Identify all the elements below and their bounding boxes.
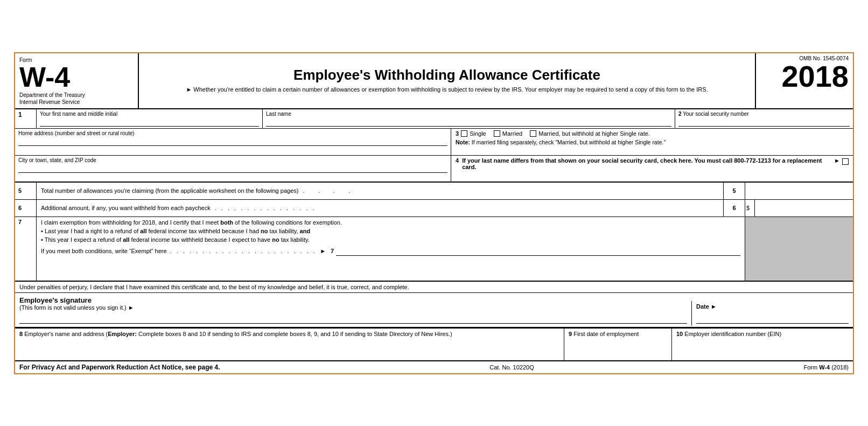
row6-label-cell: Additional amount, if any, you want with… xyxy=(37,200,724,217)
row1-number: 1 xyxy=(18,111,22,118)
row1-num-cell: 1 xyxy=(15,109,37,128)
row7-line1: I claim exemption from withholding for 2… xyxy=(41,219,740,226)
row6-dollar: $ xyxy=(745,200,755,217)
box9-num: 9 xyxy=(569,331,572,337)
filing-num: 3 xyxy=(456,130,459,137)
row-6: 6 Additional amount, if any, you want wi… xyxy=(15,200,853,217)
row6-input[interactable] xyxy=(755,200,853,217)
last-name-label: Last name xyxy=(266,111,671,117)
footer-center: Cat. No. 10220Q xyxy=(489,364,534,371)
penalty-text: Under penalties of perjury, I declare th… xyxy=(19,284,409,290)
box10-cell: 10 Employer identification number (EIN) xyxy=(672,329,853,360)
box9-cell: 9 First date of employment xyxy=(564,329,672,360)
date-label: Date ► xyxy=(696,303,849,310)
row5-ref-num: 5 xyxy=(724,183,745,199)
row-7: 7 I claim exemption from withholding for… xyxy=(15,217,853,282)
signature-section: Employee's signature (This form is not v… xyxy=(15,293,853,328)
row6-number: 6 xyxy=(18,205,22,211)
row-1: 1 Your first name and middle initial Las… xyxy=(15,109,853,129)
single-label: Single xyxy=(470,130,486,137)
last-name-cell: Last name xyxy=(263,109,675,128)
row7-ref-num: 7 xyxy=(331,248,334,254)
filing-status-row: 3 Single Married Married, but withhold a… xyxy=(456,130,849,137)
address-input[interactable] xyxy=(18,136,447,146)
sig-label: Employee's signature xyxy=(19,296,687,304)
main-title: Employee's Withholding Allowance Certifi… xyxy=(293,67,600,83)
box4-checkbox[interactable] xyxy=(842,158,849,165)
row7-exempt-row: If you meet both conditions, write “Exem… xyxy=(41,246,740,256)
row7-num: 7 xyxy=(15,217,37,281)
row-2: Home address (number and street or rural… xyxy=(15,129,853,156)
header-right: OMB No. 1545-0074 2018 xyxy=(756,53,853,108)
address-cell: Home address (number and street or rural… xyxy=(15,129,451,155)
dept-label: Department of the Treasury xyxy=(19,92,134,98)
header-center: Employee's Withholding Allowance Certifi… xyxy=(139,53,756,108)
footer-right-bold: W-4 xyxy=(819,364,830,371)
single-checkbox[interactable] xyxy=(461,130,467,137)
box9-label: First date of employment xyxy=(573,331,639,337)
footer-right-prefix: Form xyxy=(803,364,819,371)
box4-cell: 4 If your last name differs from that sh… xyxy=(451,156,853,181)
box8-bold: Employer: xyxy=(108,331,137,337)
footer-right-suffix: (2018) xyxy=(830,364,849,371)
row5-number: 5 xyxy=(18,187,22,194)
row7-input[interactable] xyxy=(336,246,740,256)
box8-cell: 8 Employer's name and address (Employer:… xyxy=(15,329,564,360)
ssn-label: Your social security number xyxy=(683,111,748,117)
note-text: Note: If married filing separately, chec… xyxy=(456,139,849,145)
married-checkbox[interactable] xyxy=(494,130,500,137)
first-name-cell: Your first name and middle initial xyxy=(37,109,263,128)
row6-ref-num: 6 xyxy=(724,200,745,217)
first-name-input[interactable] xyxy=(40,117,259,127)
subtitle-text: ► Whether you're entitled to claim a cer… xyxy=(186,86,708,94)
box10-label: Employer identification number (EIN) xyxy=(684,331,781,337)
filing-status-cell: 3 Single Married Married, but withhold a… xyxy=(451,129,853,155)
address-label: Home address (number and street or rural… xyxy=(18,130,447,136)
w4-form: Form W-4 Department of the Treasury Inte… xyxy=(14,52,854,374)
row7-bullet1: • Last year I had a right to a refund of… xyxy=(41,228,740,234)
row7-bullet2: • This year I expect a refund of all fed… xyxy=(41,236,740,243)
row5-dots: . . . . xyxy=(303,187,352,194)
row6-label: Additional amount, if any, you want with… xyxy=(41,205,211,211)
form-number: W-4 xyxy=(19,63,70,91)
last-name-input[interactable] xyxy=(266,117,671,127)
sig-left: Employee's signature (This form is not v… xyxy=(15,294,691,326)
irs-label: Internal Revenue Service xyxy=(19,99,134,105)
footer-left: For Privacy Act and Paperwork Reduction … xyxy=(19,364,220,371)
box8-cont: Complete boxes 8 and 10 if sending to IR… xyxy=(137,331,452,337)
city-input[interactable] xyxy=(18,163,447,173)
ssn-cell: 2 Your social security number xyxy=(675,109,853,128)
bottom-row: 8 Employer's name and address (Employer:… xyxy=(15,328,853,360)
ssn-input[interactable] xyxy=(678,117,850,127)
footer-right: Form W-4 (2018) xyxy=(803,364,849,371)
row5-num: 5 xyxy=(15,183,37,199)
form-header: Form W-4 Department of the Treasury Inte… xyxy=(15,53,853,109)
city-cell: City or town, state, and ZIP code xyxy=(15,156,451,181)
row7-content: I claim exemption from withholding for 2… xyxy=(37,217,745,281)
box8-label: Employer's name and address ( xyxy=(24,331,108,337)
married-label: Married xyxy=(502,130,522,137)
footer: For Privacy Act and Paperwork Reduction … xyxy=(15,360,853,373)
married-higher-label: Married, but withhold at higher Single r… xyxy=(538,130,650,137)
row5-input[interactable] xyxy=(745,183,853,199)
row5-label: Total number of allowances you're claimi… xyxy=(41,187,298,194)
row6-num: 6 xyxy=(15,200,37,217)
box8-num: 8 xyxy=(19,331,23,337)
box10-num: 10 xyxy=(676,331,683,337)
sig-row: Employee's signature (This form is not v… xyxy=(15,294,853,326)
first-name-label: Your first name and middle initial xyxy=(40,111,259,117)
header-left: Form W-4 Department of the Treasury Inte… xyxy=(15,53,139,108)
sig-sub: (This form is not valid unless you sign … xyxy=(19,304,687,311)
married-higher-checkbox[interactable] xyxy=(530,130,536,137)
row-5: 5 Total number of allowances you're clai… xyxy=(15,183,853,200)
row-3: City or town, state, and ZIP code 4 If y… xyxy=(15,156,853,183)
year-display: 2018 xyxy=(781,61,849,92)
row5-label-cell: Total number of allowances you're claimi… xyxy=(37,183,724,199)
box4-num: 4 xyxy=(456,157,459,164)
date-input[interactable] xyxy=(696,311,849,324)
sig-input[interactable] xyxy=(19,311,687,324)
ssn-number: 2 xyxy=(678,111,682,117)
city-label: City or town, state, and ZIP code xyxy=(18,157,447,163)
sig-date: Date ► xyxy=(691,301,853,326)
row7-gray xyxy=(745,217,853,281)
